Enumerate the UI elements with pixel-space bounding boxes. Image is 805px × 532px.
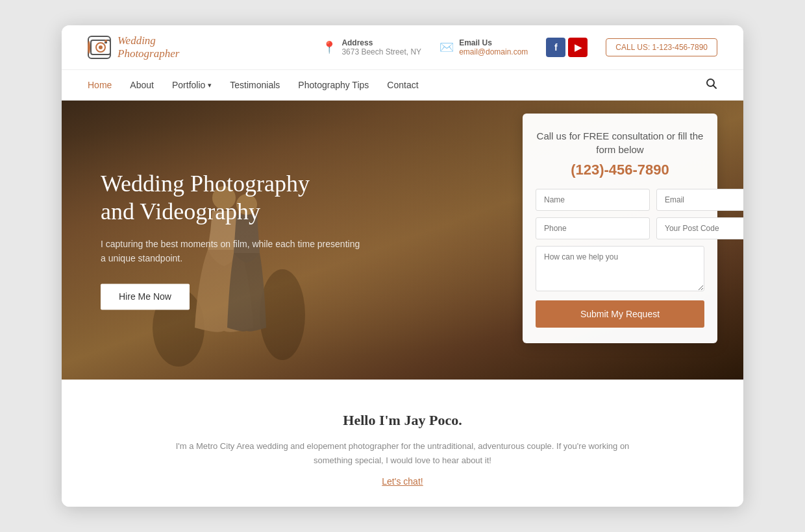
email-text: Email Us email@domain.com (459, 38, 528, 56)
nav-item-photography-tips[interactable]: Photography Tips (298, 79, 369, 91)
address-info: 📍 Address 3673 Beech Street, NY (322, 38, 421, 56)
form-row-name-email (536, 189, 704, 211)
hero-section: Wedding Photography and Videography I ca… (62, 101, 743, 380)
message-textarea[interactable] (536, 246, 704, 291)
address-text: Address 3673 Beech Street, NY (341, 38, 421, 56)
main-nav: Home About Portfolio Testimonials Photog… (62, 70, 743, 101)
social-icons: f ▶ (546, 38, 588, 57)
nav-item-testimonials[interactable]: Testimonials (230, 79, 280, 91)
header-info: 📍 Address 3673 Beech Street, NY ✉️ Email… (322, 38, 717, 57)
about-section: Hello I'm Jay Poco. I'm a Metro City Are… (62, 380, 743, 507)
nav-item-home[interactable]: Home (88, 79, 112, 91)
location-icon: 📍 (322, 40, 336, 54)
email-input[interactable] (656, 189, 743, 211)
about-title: Hello I'm Jay Poco. (88, 412, 717, 429)
hero-subtitle: I capturing the best moments on film, wh… (101, 237, 360, 266)
svg-rect-3 (105, 42, 107, 43)
logo-text: Wedding Photographer (118, 34, 179, 61)
name-input[interactable] (536, 189, 650, 211)
hero-content: Wedding Photography and Videography I ca… (101, 171, 360, 310)
email-icon: ✉️ (440, 40, 454, 54)
search-icon[interactable] (706, 78, 717, 93)
email-link[interactable]: email@domain.com (459, 47, 528, 56)
card-phone: (123)-456-7890 (536, 162, 704, 178)
nav-item-contact[interactable]: Contact (387, 79, 418, 91)
nav-item-portfolio[interactable]: Portfolio (172, 79, 212, 91)
email-info: ✉️ Email Us email@domain.com (440, 38, 528, 56)
nav-links: Home About Portfolio Testimonials Photog… (88, 70, 419, 100)
youtube-icon[interactable]: ▶ (568, 38, 588, 57)
hero-title: Wedding Photography and Videography (101, 171, 360, 226)
contact-card: Call us for FREE consultation or fill th… (523, 114, 717, 343)
about-text: I'm a Metro City Area wedding and elopem… (175, 439, 630, 468)
form-row-phone-postcode (536, 217, 704, 239)
browser-window: Wedding Photographer 📍 Address 3673 Beec… (62, 25, 743, 507)
postcode-input[interactable] (656, 217, 743, 239)
contact-form: Submit My Request (536, 189, 704, 328)
phone-input[interactable] (536, 217, 650, 239)
submit-button[interactable]: Submit My Request (536, 300, 704, 328)
about-link[interactable]: Let's chat! (382, 476, 423, 487)
site-header: Wedding Photographer 📍 Address 3673 Beec… (62, 25, 743, 71)
svg-point-2 (99, 45, 103, 49)
facebook-icon[interactable]: f (546, 38, 565, 57)
logo: Wedding Photographer (88, 34, 179, 61)
nav-item-about[interactable]: About (130, 79, 154, 91)
logo-icon (88, 36, 111, 59)
svg-line-5 (713, 85, 717, 88)
hire-button[interactable]: Hire Me Now (101, 284, 190, 310)
call-button[interactable]: CALL US: 1-123-456-7890 (606, 38, 717, 56)
card-heading: Call us for FREE consultation or fill th… (536, 129, 704, 156)
